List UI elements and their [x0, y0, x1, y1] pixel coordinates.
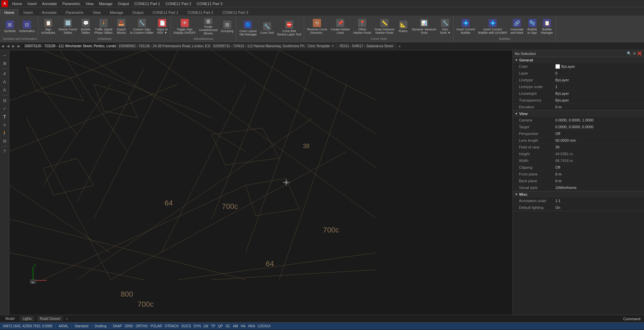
ribbon-tab-cone11-p3[interactable]: CONE11 Part 3: [218, 9, 252, 16]
menu-home[interactable]: Home: [9, 1, 25, 6]
lt-t3[interactable]: T: [1, 113, 8, 120]
ribbon-btn-traffic-signal[interactable]: 🚦 Traffic SignalPhase Tables: [93, 18, 114, 36]
tab-4[interactable]: Chris Template ✕: [305, 44, 337, 49]
ribbon-btn-reverse-curve[interactable]: ⟲ Reverse CurveDirection ,: [305, 18, 328, 36]
menu-view[interactable]: View: [83, 1, 96, 6]
ribbon-btn-cone-tool[interactable]: 🔧 Cone Tool: [259, 19, 275, 37]
ribbon-btn-bubble-tables[interactable]: 💬 BubbleTables: [79, 18, 92, 36]
custom-icon: 🔧: [138, 19, 146, 27]
main-canvas: [9, 50, 513, 315]
prop-section-misc-header[interactable]: ▼ Misc: [513, 191, 644, 197]
ribbon-btn-draw-distance[interactable]: 📏 Draw DistanceMarker Posts: [373, 18, 396, 36]
dyn-toggle[interactable]: DYN: [194, 324, 201, 328]
menu-parametric[interactable]: Parametric: [60, 1, 83, 6]
lockui-toggle[interactable]: LOCKUI: [258, 324, 270, 328]
ribbon-btn-insert-current-leader[interactable]: 💠 Insert CurrentBubble with LEADER: [477, 18, 508, 36]
menu-manage[interactable]: Manage: [96, 1, 115, 6]
tab-3[interactable]: 520095731 - 724616 - 112 Harrow Manorway…: [210, 44, 305, 49]
lt-text2[interactable]: A: [1, 86, 8, 94]
ortho-toggle[interactable]: ORTHO: [136, 324, 148, 328]
lt-check[interactable]: ✓: [1, 105, 8, 112]
ribbon-btn-export[interactable]: 📤 ExportBlocks: [115, 18, 128, 36]
grid-toggle[interactable]: GRID: [125, 324, 133, 328]
sc-toggle[interactable]: SC: [226, 324, 230, 328]
menu-cone11-p3[interactable]: CONE11 Part 3: [194, 1, 225, 6]
tp-toggle[interactable]: TP: [211, 324, 215, 328]
lt-rect[interactable]: ⊟: [1, 137, 8, 145]
tab-nav-left[interactable]: ◀: [0, 44, 5, 48]
prop-icon-1[interactable]: 🔍: [627, 51, 632, 56]
menu-output[interactable]: Output: [115, 1, 132, 6]
ribbon-btn-bubble-to-sign[interactable]: 🫧 Bubbleto Sign: [526, 18, 539, 36]
ribbon-btn-device-count[interactable]: 🔢 Device CountTables: [57, 18, 78, 36]
ribbon-btn-symbols[interactable]: ⊞ Symbols: [3, 18, 17, 36]
lw-toggle[interactable]: LW: [204, 324, 208, 328]
tab-4-close[interactable]: ✕: [331, 44, 334, 48]
prop-icon-2[interactable]: ⊞: [633, 51, 636, 56]
polar-toggle[interactable]: POLAR: [151, 324, 162, 328]
menu-cone11-p2[interactable]: CONE11 Part 2: [163, 1, 194, 6]
otrack-toggle[interactable]: OTRACK: [165, 324, 179, 328]
model-tab[interactable]: Model: [3, 316, 17, 321]
ribbon-btn-cone-bim[interactable]: ⛔ Cone BIMDevice Layer Tool: [276, 19, 302, 37]
tab-nav-right[interactable]: ▶: [11, 44, 16, 48]
ha-toggle[interactable]: HA: [241, 324, 245, 328]
ribbon-btn-dynamic-measure[interactable]: 📊 Dynamic MeasureTools: [411, 18, 438, 36]
qp-toggle[interactable]: QP: [218, 324, 223, 328]
lt-line[interactable]: ⊟: [1, 97, 8, 104]
ribbon-btn-misc-tools[interactable]: 🔧 MiscTools ▼: [438, 18, 452, 36]
app-icon[interactable]: A: [1, 0, 8, 7]
tab-1[interactable]: 150073120 - 723239 - 111 Winchester Stre…: [22, 44, 116, 49]
prop-ann-scale-value: 1:1: [555, 199, 642, 203]
ribbon-btn-rulers[interactable]: 📐 Rulers: [397, 18, 410, 36]
ribbon-tab-cone11-p1[interactable]: CONE11 Part 1: [148, 9, 183, 16]
ribbon-btn-insert-current[interactable]: 💠 Insert CurrentBubble: [455, 18, 476, 36]
ribbon-tab-annotate[interactable]: Annotate: [37, 9, 61, 16]
ducs-toggle[interactable]: DUCS: [181, 324, 191, 328]
ribbon-tab-manage[interactable]: Manage: [106, 9, 128, 16]
lt-grid[interactable]: ⊞: [1, 60, 8, 67]
lt-walk[interactable]: 🚶: [1, 129, 8, 137]
ribbon-tab-view[interactable]: View: [88, 9, 105, 16]
lt-help[interactable]: ?: [1, 148, 8, 155]
tab-nav-left2[interactable]: ◀: [5, 44, 11, 48]
ribbon-btn-cone-layout[interactable]: 🔵 Cone LayoutTab Manager: [238, 19, 258, 37]
menu-annotate[interactable]: Annotate: [39, 1, 60, 6]
lights-tab[interactable]: Lights: [20, 316, 34, 321]
road-closure-tab[interactable]: Road Closure: [37, 316, 63, 321]
tab-4-label: Chris Template: [308, 44, 330, 48]
ribbon-btn-purge[interactable]: 🗑 PurgeUnreferencedBlocks: [198, 18, 219, 36]
ribbon-tab-home[interactable]: Home: [0, 9, 19, 16]
menu-cone11-p1[interactable]: CONE11 Part 1: [132, 1, 163, 6]
ribbon-btn-offset-marker[interactable]: 📍 OffsetMarker Posts: [352, 18, 373, 36]
lt-select[interactable]: ↔: [1, 52, 8, 59]
ribbon-btn-toggle-sign[interactable]: 👁 Toggle SignDisplay ON/OFF: [172, 18, 197, 36]
am-toggle[interactable]: AM: [233, 324, 238, 328]
hide-objects-toggle[interactable]: HKA: [248, 324, 255, 328]
lt-text[interactable]: A: [1, 78, 8, 86]
ribbon-btn-signs-pdf[interactable]: 📄 Signs toPDF ▼: [155, 18, 169, 36]
ribbon-btn-create-marker[interactable]: 📌 Create MarkerLines: [329, 18, 351, 36]
ribbon-btn-associate[interactable]: 🔗 Associateand Mark: [509, 18, 525, 36]
ribbon-btn-grouping[interactable]: ⊞ Grouping: [219, 18, 235, 36]
tab-2[interactable]: 150086962 - 726136 - 24-38 Freemasons Ro…: [116, 44, 210, 49]
snap-toggle[interactable]: SNAP: [113, 324, 122, 328]
prop-section-general-header[interactable]: ▼ General: [513, 57, 644, 63]
canvas-area[interactable]: Y W: [9, 50, 513, 315]
tab-5[interactable]: RDG1 - 549617 - Salamanca Street: [337, 44, 396, 49]
ribbon-tab-parametric[interactable]: Parametric: [61, 9, 88, 16]
ribbon-tab-insert[interactable]: Insert: [19, 9, 37, 16]
ribbon-tab-output[interactable]: Output: [128, 9, 148, 16]
ribbon-btn-custom[interactable]: 🔧 Custom Signto Custom Folder: [129, 18, 155, 36]
tab-nav-right2[interactable]: ▶: [16, 44, 22, 48]
menu-insert[interactable]: Insert: [25, 1, 39, 6]
lt-sym[interactable]: A: [1, 70, 8, 78]
prop-icon-3[interactable]: ❌: [637, 51, 642, 56]
ribbon-btn-bubble-manager[interactable]: 📋 BubbleManager: [540, 18, 555, 36]
ribbon-tab-cone11-p2[interactable]: CONE11 Part 2: [183, 9, 217, 16]
ribbon-btn-schematics[interactable]: ⊟ Schematics: [18, 18, 36, 36]
prop-section-view-header[interactable]: ▼ View: [513, 111, 644, 117]
add-tab-button[interactable]: +: [396, 44, 403, 49]
lt-list[interactable]: ≡: [1, 121, 8, 129]
ribbon-btn-sign-schedules[interactable]: 📋 SignSchedules: [40, 18, 57, 36]
